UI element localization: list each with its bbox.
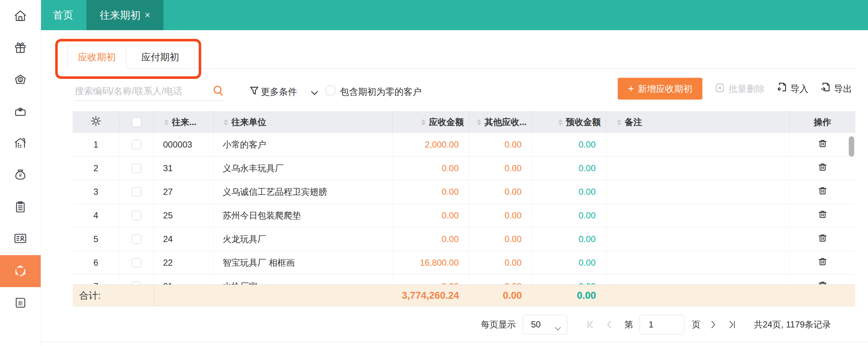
tab-payable-opening[interactable]: 应付期初 [126, 45, 194, 68]
contact-card-icon [13, 231, 28, 246]
row-receivable: 0.00 [393, 157, 469, 180]
vertical-scrollbar-thumb[interactable] [849, 136, 854, 157]
gift-box-icon [13, 40, 28, 56]
row-checkbox[interactable] [132, 211, 141, 220]
sidebar-item-new[interactable]: 新 [0, 287, 41, 319]
delete-row-icon[interactable] [818, 233, 828, 245]
next-page-icon[interactable] [709, 320, 718, 329]
row-name: 苏州今日包装爬爬垫 [214, 204, 393, 227]
header-remark[interactable]: 备注 [606, 111, 790, 133]
table-row[interactable]: 3 27 义乌诚信工艺品程卫宾翅膀 0.00 0.00 0.00 [73, 180, 855, 204]
select-all-checkbox[interactable] [132, 117, 141, 127]
per-page-select[interactable]: 50 [523, 315, 567, 334]
column-settings-button[interactable] [73, 111, 119, 133]
row-index: 2 [73, 157, 119, 180]
row-checkbox[interactable] [132, 258, 141, 267]
sidebar-item-contacts[interactable] [0, 222, 41, 254]
close-icon[interactable]: × [145, 9, 150, 21]
row-index: 1 [73, 133, 119, 156]
import-button[interactable]: 导入 [776, 82, 808, 95]
row-name: 智宝玩具厂 相框画 [214, 251, 393, 274]
tabs-divider [67, 68, 857, 69]
top-tab-home-label: 首页 [53, 8, 73, 22]
header-code[interactable]: 往来... [154, 111, 214, 133]
sort-caret-icon[interactable] [224, 119, 228, 125]
delete-row-icon[interactable] [818, 209, 828, 222]
delete-row-icon[interactable] [818, 162, 828, 174]
page-number-field [640, 315, 685, 334]
delete-row-icon[interactable] [818, 138, 828, 151]
per-page-label: 每页显示 [481, 315, 516, 334]
row-checkbox[interactable] [132, 164, 141, 173]
row-remark [606, 228, 790, 251]
sort-caret-icon[interactable] [558, 119, 563, 125]
table-row[interactable]: 1 000003 小常的客户 2,000.00 0.00 0.00 [73, 133, 855, 157]
money-bag-icon: ¥ [13, 168, 28, 183]
chevron-down-icon[interactable] [311, 90, 318, 97]
search-icon[interactable] [212, 85, 224, 97]
header-receivable[interactable]: 应收金额 [393, 111, 469, 133]
sidebar-item-products[interactable] [0, 32, 41, 64]
table-row[interactable]: 4 25 苏州今日包装爬爬垫 0.00 0.00 0.00 [73, 204, 855, 228]
clipboard-icon [13, 200, 28, 215]
export-button[interactable]: 导出 [820, 82, 852, 95]
row-code: 000003 [154, 133, 214, 156]
previous-page-icon[interactable] [604, 320, 614, 329]
search-input[interactable] [74, 85, 212, 97]
sort-caret-icon[interactable] [477, 119, 481, 125]
sidebar: $ ¥ 新 [0, 0, 41, 346]
row-code: 27 [154, 180, 214, 204]
batch-delete-button[interactable]: 批量删除 [715, 82, 765, 95]
top-tab-current[interactable]: 往来期初 × [86, 0, 163, 30]
row-code: 24 [154, 228, 214, 251]
row-checkbox[interactable] [132, 140, 141, 149]
row-remark [606, 204, 790, 227]
include-zero-checkbox[interactable] [326, 86, 335, 95]
total-row: 合计: 3,774,260.24 0.00 0.00 [73, 285, 855, 306]
header-prepaid[interactable]: 预收金额 [532, 111, 606, 133]
delete-row-icon[interactable] [818, 186, 828, 198]
row-remark [606, 133, 790, 156]
svg-text:¥: ¥ [19, 172, 22, 178]
total-other-receivable: 0.00 [469, 285, 532, 306]
sidebar-item-sales[interactable]: $ [0, 64, 41, 96]
import-icon [776, 82, 787, 95]
more-filters-button[interactable]: 更多条件 [261, 86, 297, 97]
sidebar-item-purchase[interactable] [0, 96, 41, 128]
last-page-icon[interactable] [727, 320, 737, 329]
tab-receivable-opening[interactable]: 应收期初 [67, 45, 126, 69]
delete-row-icon[interactable] [818, 257, 828, 269]
add-receivable-opening-button[interactable]: + 新增应收期初 [618, 78, 702, 100]
table-row[interactable]: 6 22 智宝玩具厂 相框画 16,800.00 0.00 0.00 [73, 251, 855, 275]
table-row[interactable]: 5 24 火龙玩具厂 0.00 0.00 0.00 [73, 228, 855, 251]
header-name[interactable]: 往来单位 [214, 111, 393, 133]
add-button-label: 新增应收期初 [638, 83, 692, 95]
top-tab-home[interactable]: 首页 [41, 0, 86, 30]
row-other-receivable: 0.00 [469, 251, 532, 274]
table-row[interactable]: 2 31 义乌永丰玩具厂 0.00 0.00 0.00 [73, 157, 855, 180]
page-number-input[interactable] [640, 319, 675, 330]
warehouse-icon [13, 136, 28, 151]
funnel-icon[interactable] [250, 86, 259, 97]
sidebar-item-finance[interactable]: ¥ [0, 159, 41, 191]
row-checkbox[interactable] [132, 187, 141, 197]
top-tab-bar: 首页 往来期初 × [41, 0, 868, 30]
row-prepaid: 0.00 [532, 157, 606, 180]
plus-icon: + [628, 83, 634, 94]
sidebar-item-share-active[interactable] [0, 255, 41, 287]
gear-icon [90, 116, 101, 129]
first-page-icon[interactable] [585, 320, 595, 329]
sort-caret-icon[interactable] [617, 119, 621, 125]
sidebar-item-warehouse[interactable] [0, 127, 41, 159]
header-other-receivable[interactable]: 其他应收... [469, 111, 532, 133]
sort-caret-icon[interactable] [164, 119, 169, 125]
sidebar-item-orders[interactable] [0, 191, 41, 223]
sidebar-item-home[interactable] [0, 0, 41, 32]
tab-payable-label: 应付期初 [141, 51, 179, 64]
top-tab-current-label: 往来期初 [100, 8, 140, 22]
sort-caret-icon[interactable] [421, 119, 426, 125]
chevron-down-icon [555, 323, 561, 333]
total-label: 合计: [73, 285, 154, 306]
row-checkbox[interactable] [132, 234, 141, 244]
pagination: 每页显示 50 第 页 共24页, 1179条记录 [0, 315, 868, 334]
